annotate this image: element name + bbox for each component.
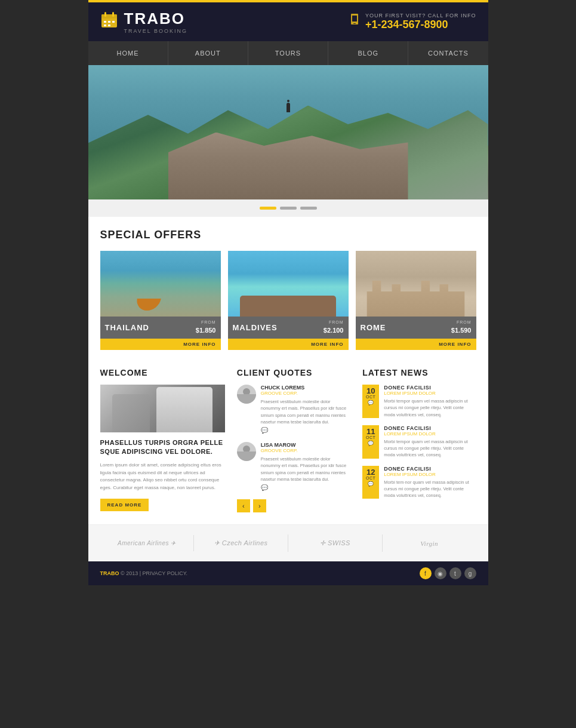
news-month-3: OCT bbox=[364, 476, 377, 480]
offer-name-rome: ROME bbox=[361, 323, 386, 332]
offer-label-thailand: THAILAND FROM $1.850 bbox=[100, 317, 221, 339]
offer-btn-thailand[interactable]: MORE INFO bbox=[100, 339, 221, 350]
quote-content-2: LISA MAROW GROOVE CORP. Praesent vestibu… bbox=[261, 442, 350, 491]
quote-name-2: LISA MAROW bbox=[261, 442, 350, 448]
quote-next-button[interactable]: › bbox=[253, 499, 266, 512]
slider-dots bbox=[88, 199, 488, 217]
footer-copy: © 2013 | PRIVACY POLICY. bbox=[121, 570, 187, 576]
nav-contacts[interactable]: CONTACTS bbox=[408, 41, 488, 65]
quote-bubble-icon-2: 💬 bbox=[261, 484, 350, 491]
offer-name-thailand: THAILAND bbox=[105, 323, 149, 332]
news-date-1: 10 OCT 💬 bbox=[362, 385, 379, 418]
quote-bubble-icon-1: 💬 bbox=[261, 427, 350, 434]
svg-rect-3 bbox=[112, 12, 114, 17]
nav-blog[interactable]: BLOG bbox=[328, 41, 408, 65]
hero-person bbox=[287, 103, 290, 112]
news-month-2: OCT bbox=[364, 435, 377, 440]
svg-rect-5 bbox=[108, 21, 110, 23]
svg-rect-4 bbox=[104, 21, 106, 23]
partner-virgin: Virgin bbox=[383, 535, 476, 552]
american-airlines-logo: American Airlines ✈ bbox=[105, 540, 189, 546]
news-content-3: DONEC FACILISI LOREM IPSUM DOLOR Morbi t… bbox=[384, 466, 476, 499]
news-comment-icon-1: 💬 bbox=[364, 400, 377, 406]
phone-icon bbox=[349, 13, 361, 30]
news-title-2: DONEC FACILISI bbox=[384, 425, 476, 431]
offer-price-thailand: $1.850 bbox=[196, 327, 216, 334]
read-more-button[interactable]: READ MORE bbox=[100, 499, 149, 511]
special-offers-title: SPECIAL OFFERS bbox=[100, 229, 476, 241]
footer-icons: f ◉ t g bbox=[420, 567, 476, 579]
news-content-1: DONEC FACILISI LOREM IPSUM DOLOR Morbi t… bbox=[384, 385, 476, 418]
offer-card-thailand: THAILAND FROM $1.850 MORE INFO bbox=[100, 251, 221, 350]
svg-rect-10 bbox=[352, 16, 357, 21]
offer-name-maldives: MALDIVES bbox=[233, 323, 278, 332]
welcome-heading: PHASELLUS TURPIS ORGRA PELLE SQUE ADIPIS… bbox=[100, 438, 225, 457]
news-item-1: 10 OCT 💬 DONEC FACILISI LOREM IPSUM DOLO… bbox=[362, 385, 476, 418]
czech-airlines-logo: ✈ Czech Airlines bbox=[199, 539, 283, 547]
hero-section bbox=[88, 65, 488, 199]
news-link-2[interactable]: LOREM IPSUM DOLOR bbox=[384, 431, 476, 437]
offer-label-maldives: MALDIVES FROM $2.100 bbox=[228, 317, 349, 339]
nav-tours[interactable]: TOURS bbox=[248, 41, 328, 65]
client-quotes-col: CLIENT QUOTES CHUCK LOREMS GROOVE CORP. … bbox=[237, 368, 350, 512]
news-title: LATEST NEWS bbox=[362, 368, 476, 377]
virgin-logo: Virgin bbox=[387, 540, 472, 547]
offer-price-area-maldives: FROM $2.100 bbox=[324, 320, 344, 335]
offer-img-maldives bbox=[228, 251, 349, 317]
news-item-2: 11 OCT 💬 DONEC FACILISI LOREM IPSUM DOLO… bbox=[362, 425, 476, 459]
news-link-3[interactable]: LOREM IPSUM DOLOR bbox=[384, 472, 476, 477]
news-text-3: Morbi tem·nor quam vel massa adipiscin u… bbox=[384, 479, 476, 499]
main-nav: HOME ABOUT TOURS BLOG CONTACTS bbox=[88, 41, 488, 65]
swiss-logo: ✛ SWISS bbox=[293, 539, 377, 547]
logo-text-area: TRABO TRAVEL BOOKING bbox=[124, 10, 188, 34]
news-day-3: 12 bbox=[364, 468, 377, 476]
news-text-1: Morbi tempor quam vel massa adipiscin ut… bbox=[384, 398, 476, 418]
quotes-title: CLIENT QUOTES bbox=[237, 368, 350, 377]
rss-icon[interactable]: ◉ bbox=[435, 567, 446, 579]
phone-number: +1-234-567-8900 bbox=[365, 19, 476, 31]
welcome-title: WELCOME bbox=[100, 368, 225, 377]
quote-avatar-1 bbox=[237, 385, 256, 404]
nav-home[interactable]: HOME bbox=[88, 41, 168, 65]
partners-section: American Airlines ✈ ✈ Czech Airlines ✛ S… bbox=[88, 524, 488, 561]
header: TRABO TRAVEL BOOKING YOUR FIRST VISIT? C… bbox=[88, 2, 488, 41]
quote-text-1: Praesent vestibulum molestie dolor nonum… bbox=[261, 398, 350, 425]
facebook-icon[interactable]: f bbox=[420, 567, 432, 579]
dot-1[interactable] bbox=[260, 207, 276, 210]
quote-item-2: LISA MAROW GROOVE CORP. Praesent vestibu… bbox=[237, 442, 350, 491]
news-month-1: OCT bbox=[364, 395, 377, 399]
lower-section: WELCOME PHASELLUS TURPIS ORGRA PELLE SQU… bbox=[88, 356, 488, 524]
offer-price-rome: $1.590 bbox=[451, 327, 472, 334]
offer-label-rome: ROME FROM $1.590 bbox=[356, 317, 476, 339]
twitter-icon[interactable]: t bbox=[449, 567, 461, 579]
offer-from-maldives: FROM bbox=[324, 320, 344, 324]
googleplus-icon[interactable]: g bbox=[464, 567, 476, 579]
offer-btn-maldives[interactable]: MORE INFO bbox=[228, 339, 349, 350]
svg-rect-8 bbox=[108, 24, 110, 26]
offer-btn-rome[interactable]: MORE INFO bbox=[356, 339, 476, 350]
nav-about[interactable]: ABOUT bbox=[168, 41, 248, 65]
quote-prev-button[interactable]: ‹ bbox=[237, 499, 250, 512]
svg-rect-1 bbox=[101, 14, 117, 19]
partner-czech-airlines: ✈ Czech Airlines bbox=[194, 535, 288, 552]
news-day-2: 11 bbox=[364, 428, 377, 435]
dot-2[interactable] bbox=[280, 207, 297, 210]
news-content-2: DONEC FACILISI LOREM IPSUM DOLOR Morbi t… bbox=[384, 425, 476, 459]
offer-card-maldives: MALDIVES FROM $2.100 MORE INFO bbox=[228, 251, 349, 350]
contact-tagline: YOUR FIRST VISIT? CALL FOR INFO bbox=[365, 13, 476, 19]
svg-rect-7 bbox=[104, 24, 106, 26]
logo-tagline: TRAVEL BOOKING bbox=[124, 28, 188, 34]
offer-price-area-rome: FROM $1.590 bbox=[451, 320, 472, 335]
offer-from-thailand: FROM bbox=[196, 320, 216, 324]
logo-text: TRABO bbox=[124, 10, 188, 28]
dot-3[interactable] bbox=[300, 207, 317, 210]
quote-item-1: CHUCK LOREMS GROOVE CORP. Praesent vesti… bbox=[237, 385, 350, 434]
offer-price-maldives: $2.100 bbox=[324, 327, 344, 334]
offer-price-area-thailand: FROM $1.850 bbox=[196, 320, 216, 335]
welcome-image bbox=[100, 385, 225, 432]
site-wrapper: TRABO TRAVEL BOOKING YOUR FIRST VISIT? C… bbox=[88, 0, 488, 585]
offers-grid: THAILAND FROM $1.850 MORE INFO MALDIVES … bbox=[100, 251, 476, 350]
news-link-1[interactable]: LOREM IPSUM DOLOR bbox=[384, 391, 476, 396]
calendar-icon bbox=[100, 11, 118, 33]
welcome-body: Lorem ipsum dolor sit amet, consele adip… bbox=[100, 462, 225, 492]
